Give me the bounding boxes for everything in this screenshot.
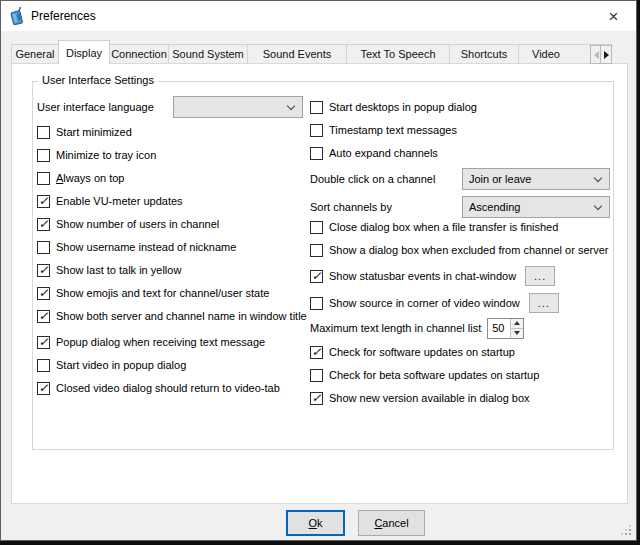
- row-statusbar-events: ✓ Show statusbar events in chat-window .…: [310, 266, 555, 286]
- group-title: User Interface Settings: [38, 74, 158, 86]
- chevron-down-icon: [594, 201, 602, 209]
- check-icon: ✓: [38, 382, 48, 394]
- row-excluded-dialog: Show a dialog box when excluded from cha…: [310, 240, 608, 260]
- sort-channels-combo[interactable]: Ascending: [462, 196, 610, 218]
- checkbox-auto-expand[interactable]: [310, 147, 323, 160]
- check-icon: ✓: [38, 218, 48, 230]
- row-start-desktops: Start desktops in popup dialog: [310, 97, 477, 117]
- checkbox-window-title[interactable]: ✓: [37, 310, 50, 323]
- display-tab-page: User Interface Settings User interface l…: [11, 63, 628, 504]
- checkbox-emojis[interactable]: ✓: [37, 287, 50, 300]
- window-title: Preferences: [31, 9, 96, 23]
- row-last-to-talk: ✓ Show last to talk in yellow: [37, 260, 181, 280]
- checkbox-check-beta-updates[interactable]: [310, 369, 323, 382]
- checkbox-start-desktops[interactable]: [310, 101, 323, 114]
- checkbox-statusbar-events[interactable]: ✓: [310, 270, 323, 283]
- checkbox-show-username[interactable]: [37, 241, 50, 254]
- tab-scroll-right-button[interactable]: [600, 45, 612, 64]
- title-bar[interactable]: Preferences ×: [1, 1, 636, 31]
- row-video-source-corner: Show source in corner of video window ..…: [310, 293, 559, 313]
- max-text-length-row: Maximum text length in channel list 50: [310, 317, 524, 339]
- check-icon: ✓: [38, 195, 48, 207]
- row-show-user-count: ✓ Show number of users in channel: [37, 214, 219, 234]
- double-click-label: Double click on a channel: [310, 169, 435, 189]
- close-icon: ×: [609, 8, 619, 25]
- language-label: User interface language: [37, 101, 154, 113]
- check-icon: ✓: [311, 346, 321, 358]
- check-icon: ✓: [38, 336, 48, 348]
- spin-up-icon: [514, 321, 520, 325]
- checkbox-new-version-dialog[interactable]: ✓: [310, 392, 323, 405]
- spin-up-button[interactable]: [511, 319, 523, 329]
- resize-grip[interactable]: [629, 533, 631, 535]
- row-emojis: ✓ Show emojis and text for channel/user …: [37, 283, 269, 303]
- row-vu-meter: ✓ Enable VU-meter updates: [37, 191, 183, 211]
- row-video-popup: Start video in popup dialog: [37, 355, 186, 375]
- checkbox-check-updates[interactable]: ✓: [310, 346, 323, 359]
- ok-button[interactable]: Ok: [286, 510, 345, 536]
- spin-down-icon: [514, 331, 520, 335]
- checkbox-show-user-count[interactable]: ✓: [37, 218, 50, 231]
- checkbox-video-source-corner[interactable]: [310, 297, 323, 310]
- checkbox-last-to-talk[interactable]: ✓: [37, 264, 50, 277]
- language-combo[interactable]: [173, 96, 303, 118]
- row-show-username: Show username instead of nickname: [37, 237, 236, 257]
- check-icon: ✓: [311, 392, 321, 404]
- checkbox-timestamp[interactable]: [310, 124, 323, 137]
- check-icon: ✓: [38, 264, 48, 276]
- row-auto-expand: Auto expand channels: [310, 143, 438, 163]
- tab-display[interactable]: Display: [58, 40, 110, 64]
- video-source-options-button[interactable]: ...: [529, 293, 559, 313]
- preferences-dialog: Preferences × General Display Connection…: [0, 0, 637, 541]
- checkbox-vu-meter[interactable]: ✓: [37, 195, 50, 208]
- row-check-beta-updates: Check for beta software updates on start…: [310, 365, 539, 385]
- close-button[interactable]: ×: [591, 1, 636, 31]
- checkbox-minimize-to-tray[interactable]: [37, 149, 50, 162]
- checkbox-always-on-top[interactable]: [37, 172, 50, 185]
- max-text-length-label: Maximum text length in channel list: [310, 322, 481, 334]
- tab-sound-system[interactable]: Sound System: [168, 44, 248, 63]
- row-timestamp: Timestamp text messages: [310, 120, 457, 140]
- check-icon: ✓: [38, 287, 48, 299]
- scroll-right-icon: [604, 51, 609, 59]
- row-closed-video: ✓ Closed video dialog should return to v…: [37, 378, 280, 398]
- check-icon: ✓: [311, 270, 321, 282]
- max-text-length-spinner[interactable]: 50: [487, 318, 524, 339]
- statusbar-events-options-button[interactable]: ...: [525, 266, 555, 286]
- row-window-title: ✓ Show both server and channel name in w…: [37, 306, 307, 326]
- spin-down-button[interactable]: [511, 329, 523, 338]
- chevron-down-icon: [594, 173, 602, 181]
- chevron-down-icon: [287, 101, 295, 109]
- tab-general[interactable]: General: [11, 44, 59, 63]
- double-click-combo[interactable]: Join or leave: [462, 168, 610, 190]
- row-close-on-transfer: Close dialog box when a file transfer is…: [310, 217, 558, 237]
- row-check-updates: ✓ Check for software updates on startup: [310, 342, 515, 362]
- check-icon: ✓: [38, 310, 48, 322]
- checkbox-excluded-dialog[interactable]: [310, 244, 323, 257]
- sort-channels-label: Sort channels by: [310, 197, 392, 217]
- scroll-left-icon: [594, 51, 599, 59]
- tab-bar: General Display Connection Sound System …: [11, 40, 612, 64]
- tab-shortcuts[interactable]: Shortcuts: [449, 44, 519, 63]
- cancel-button[interactable]: Cancel: [358, 510, 425, 536]
- row-new-version-dialog: ✓ Show new version available in dialog b…: [310, 388, 530, 408]
- row-always-on-top: Always on top: [37, 168, 125, 188]
- row-minimize-to-tray: Minimize to tray icon: [37, 145, 156, 165]
- checkbox-popup-text[interactable]: ✓: [37, 336, 50, 349]
- row-popup-text: ✓ Popup dialog when receiving text messa…: [37, 332, 265, 352]
- checkbox-closed-video[interactable]: ✓: [37, 382, 50, 395]
- row-start-minimized: Start minimized: [37, 122, 132, 142]
- language-row: User interface language: [37, 97, 154, 117]
- tab-text-to-speech[interactable]: Text To Speech: [346, 44, 450, 63]
- checkbox-start-minimized[interactable]: [37, 126, 50, 139]
- checkbox-close-on-transfer[interactable]: [310, 221, 323, 234]
- checkbox-video-popup[interactable]: [37, 359, 50, 372]
- app-icon: [9, 6, 25, 26]
- tab-sound-events[interactable]: Sound Events: [247, 44, 347, 63]
- tab-connection[interactable]: Connection: [109, 44, 169, 63]
